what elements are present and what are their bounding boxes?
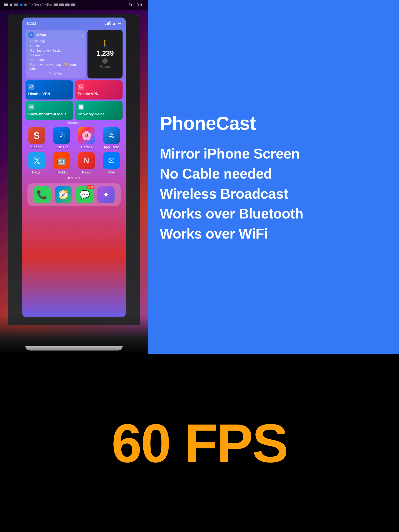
dock-container: 📞 🧭 💬 603 ✦ — [22, 184, 126, 209]
signal-icon — [105, 21, 110, 25]
widget-hidgets: 🚶 1,239 Hidgets — [87, 30, 122, 78]
app-mail[interactable]: ✉ Mail — [100, 152, 122, 174]
laptop-hinge — [25, 346, 123, 350]
mac-icon-wifi — [59, 4, 64, 6]
dot-4 — [78, 177, 80, 179]
mail-shortcut-icon: ✉ — [28, 104, 34, 110]
widgets-row: ☑ Today 6 Posts app Habits Remind to ask… — [26, 30, 122, 78]
feature-1: Mirror iPhone Screen — [160, 146, 383, 162]
app-name: PhoneCast — [160, 113, 383, 134]
widget-task-pro-header: ☑ Today 6 — [28, 32, 83, 38]
show-important-mails-shortcut[interactable]: ✉ Show Important Mails — [26, 101, 73, 120]
iphone-status-bar: 8:31 ▲ — [22, 18, 126, 28]
mac-icon-3 — [14, 4, 18, 6]
blue-panel: PhoneCast Mirror iPhone Screen No Cable … — [148, 0, 399, 355]
task-item-3: Remind to ask Ravi... — [28, 49, 83, 53]
mac-icon-2 — [10, 4, 13, 6]
fps-section: 60 FPS — [0, 355, 399, 532]
feature-2: No Cable needed — [160, 166, 383, 182]
enable-vpn-shortcut[interactable]: 🛡 Enable VPN — [75, 80, 122, 100]
widget-task-items: Posts app Habits Remind to ask Ravi... R… — [28, 39, 83, 71]
walking-icon: 🚶 — [101, 39, 109, 48]
dock-phone[interactable]: 📞 — [33, 186, 51, 203]
app-taskpro[interactable]: ☑ Task Pro — [51, 127, 73, 149]
laptop-frame: 8:31 ▲ — [8, 14, 140, 325]
top-section: 2 KB/s 49 KB/s Sun 8:31 8:31 — [0, 0, 399, 355]
mac-icon-screen — [65, 4, 70, 6]
shaadi-icon: S — [28, 127, 45, 144]
mail-icon: ✉ — [103, 152, 120, 169]
app-twitter[interactable]: 𝕏 Twitter — [26, 152, 48, 174]
taskpro-label: Task Pro — [55, 145, 68, 149]
reddit-label: Reddit — [57, 170, 67, 174]
mac-icon-5 — [24, 4, 27, 6]
mac-icon-extra — [71, 4, 75, 6]
dock-ai[interactable]: ✦ — [97, 186, 115, 203]
disable-vpn-shortcut[interactable]: 🛡 Disable VPN — [26, 80, 73, 100]
mac-icon-vol — [54, 4, 58, 6]
iphone-screen: 8:31 ▲ — [22, 18, 126, 317]
features-list: Mirror iPhone Screen No Cable needed Wir… — [160, 146, 383, 242]
app-news[interactable]: N News — [75, 152, 98, 174]
iphone-content: ☑ Today 6 Posts app Habits Remind to ask… — [22, 28, 126, 184]
shortcuts-row-1: 🛡 Disable VPN 🛡 Enable VPN — [26, 80, 122, 100]
wifi-icon: ▲ — [112, 21, 116, 26]
dock: 📞 🧭 💬 603 ✦ — [27, 184, 121, 206]
app-grid: S Shaadi ☑ Task Pro 🌸 — [26, 127, 122, 174]
app-reddit[interactable]: 🤖 Reddit — [51, 152, 73, 174]
shortcuts-section-label: Shortcuts — [26, 121, 122, 125]
task-item-6: Game where you save 🏆 from other... — [28, 63, 83, 71]
fps-label: 60 FPS — [111, 412, 288, 475]
sales-shortcut-icon: 📊 — [78, 104, 84, 110]
shaadi-label: Shaadi — [31, 145, 42, 149]
mac-icons: 2 KB/s 49 KB/s — [4, 3, 127, 7]
disable-vpn-label: Disable VPN — [28, 92, 50, 96]
iphone-status-icons: ▲ — [105, 21, 121, 26]
dock-safari[interactable]: 🧭 — [55, 186, 72, 203]
mac-icon-1 — [4, 4, 8, 6]
disable-vpn-icon: 🛡 — [28, 84, 34, 90]
show-my-sales-label: Show My Sales — [78, 112, 104, 116]
battery-icon — [118, 23, 121, 24]
app-photos[interactable]: 🌸 Photos — [75, 127, 98, 149]
app-appstore[interactable]: 𝔸 App Store — [100, 127, 122, 149]
mac-right: Sun 8:31 — [129, 3, 144, 7]
page-dots — [26, 177, 122, 179]
news-label: News — [82, 170, 91, 174]
shortcuts-row-2: ✉ Show Important Mails 📊 Show My Sales — [26, 101, 122, 120]
appstore-icon: 𝔸 — [103, 127, 120, 144]
task-item-1: Posts app — [28, 39, 83, 43]
taskpro-widget-label: Task Pro — [28, 72, 83, 76]
dock-messages[interactable]: 💬 603 — [76, 186, 93, 203]
feature-5: Works over WiFi — [160, 226, 383, 242]
enable-vpn-label: Enable VPN — [78, 92, 99, 96]
enable-vpn-icon: 🛡 — [78, 84, 84, 90]
taskpro-widget-icon: ☑ — [28, 32, 34, 38]
task-item-4: Research — [28, 53, 83, 57]
widget-task-pro-title: ☑ Today — [28, 32, 46, 38]
reddit-icon: 🤖 — [53, 152, 70, 169]
mac-icon-4 — [20, 4, 23, 6]
photos-label: Photos — [81, 145, 92, 149]
mail-label: Mail — [108, 170, 115, 174]
dot-3 — [75, 177, 77, 179]
iphone-time: 8:31 — [27, 21, 36, 26]
appstore-label: App Store — [104, 145, 119, 149]
photos-icon: 🌸 — [78, 127, 95, 144]
app-shaadi[interactable]: S Shaadi — [26, 127, 48, 149]
hidgets-label: Hidgets — [99, 65, 111, 69]
task-item-2: Habits — [28, 44, 83, 48]
hidgets-footer — [102, 58, 108, 64]
feature-4: Works over Bluetooth — [160, 206, 383, 222]
messages-badge: 603 — [86, 185, 95, 189]
twitter-label: Twitter — [31, 170, 42, 174]
data-rate: 2 KB/s 49 KB/s — [28, 3, 52, 7]
show-my-sales-shortcut[interactable]: 📊 Show My Sales — [75, 101, 122, 120]
twitter-icon: 𝕏 — [28, 152, 45, 169]
widget-task-count: 6 — [81, 33, 83, 37]
laptop-base — [0, 316, 148, 355]
laptop-side: 2 KB/s 49 KB/s Sun 8:31 8:31 — [0, 0, 148, 355]
show-important-mails-label: Show Important Mails — [28, 112, 66, 116]
taskpro-icon: ☑ — [53, 127, 70, 144]
feature-3: Wireless Broadcast — [160, 186, 383, 202]
